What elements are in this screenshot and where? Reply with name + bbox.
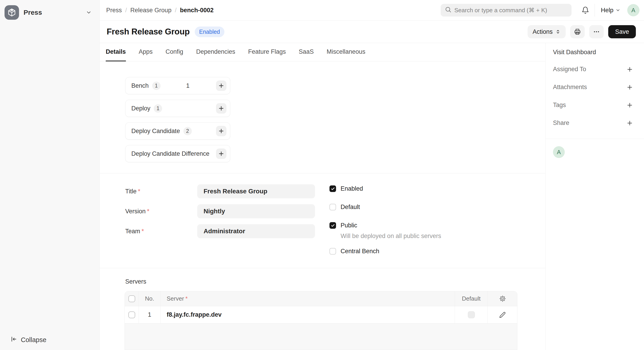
tab-apps[interactable]: Apps [139,43,153,62]
more-options-button[interactable] [589,25,604,38]
form-row-team: Team* [125,224,315,238]
plus-icon [626,84,633,91]
add-attachment-button[interactable] [626,83,634,92]
form-row-title: Title* [125,184,315,198]
press-logo-icon [4,5,19,20]
add-bench-button[interactable] [216,81,226,91]
save-button[interactable]: Save [608,25,636,38]
default-column-header: Default [455,291,488,306]
public-checkbox[interactable] [330,222,336,229]
row-select-checkbox[interactable] [128,311,135,318]
add-deploy-candidate-difference-button[interactable] [216,148,226,159]
central-bench-label: Central Bench [340,248,379,255]
version-field[interactable] [197,204,315,218]
app-window: Press Collapse Press / Release Group / b… [0,0,644,350]
details-form: Title* Version* Team* [100,173,545,268]
print-button[interactable] [570,25,585,38]
share-label: Share [553,120,569,127]
connection-card-deploy-candidate-difference[interactable]: Deploy Candidate Difference [125,145,230,162]
add-deploy-candidate-button[interactable] [216,126,226,136]
header-actions: Actions Save [528,25,636,38]
plus-icon [218,105,224,112]
bell-icon [582,6,589,14]
tab-dependencies[interactable]: Dependencies [196,43,235,62]
default-value-checkbox[interactable] [468,311,475,318]
gear-icon [499,295,506,302]
help-menu[interactable]: Help [598,7,623,14]
default-checkbox[interactable] [330,204,336,210]
navbar-right: Help A [441,4,640,17]
top-navbar: Press / Release Group / bench-0002 [100,0,644,21]
table-settings-cell [488,291,517,306]
team-field-label: Team* [125,228,197,235]
row-select-cell [125,306,139,323]
tags-label: Tags [553,102,566,109]
required-marker: * [186,295,188,302]
team-field[interactable] [197,224,315,238]
connection-label: Deploy Candidate Difference [131,150,210,157]
connection-label: Deploy Candidate [131,128,180,135]
tab-config[interactable]: Config [166,43,183,62]
actions-button[interactable]: Actions [528,25,566,38]
connection-card-deploy[interactable]: Deploy 1 [125,100,230,117]
viewer-avatar[interactable]: A [553,146,565,158]
assigned-to-label: Assigned To [553,66,586,73]
document-header: Fresh Release Group Enabled Actions Save [100,21,644,43]
public-help-text: Will be deployed on all public servers [340,233,441,240]
connection-card-deploy-candidate[interactable]: Deploy Candidate 2 [125,122,230,140]
default-label: Default [340,204,360,211]
select-all-checkbox[interactable] [128,295,135,302]
tab-feature-flags[interactable]: Feature Flags [248,43,286,62]
actions-label: Actions [532,28,553,35]
collapse-button[interactable]: Collapse [10,336,100,344]
user-avatar[interactable]: A [627,4,640,16]
servers-table-empty-area [125,323,517,350]
server-table-row[interactable]: 1 f8.jay.fc.frappe.dev [125,306,517,323]
search-icon [445,6,452,15]
breadcrumb-separator: / [125,7,127,14]
tab-saas[interactable]: SaaS [299,43,314,62]
title-field[interactable] [197,184,315,198]
app-switcher[interactable]: Press [4,5,95,20]
server-name-cell[interactable]: f8.jay.fc.frappe.dev [160,306,455,323]
add-deploy-button[interactable] [216,103,226,114]
tab-bar: Details Apps Config Dependencies Feature… [100,43,545,62]
required-marker: * [138,188,140,195]
visit-dashboard-link[interactable]: Visit Dashboard [553,47,634,58]
notifications-button[interactable] [578,4,593,17]
connection-center-text: 1 [186,82,190,89]
sidebar: Press Collapse [0,0,100,350]
breadcrumb-item-release-group[interactable]: Release Group [130,7,172,14]
table-settings-button[interactable] [499,295,506,302]
enabled-checkbox[interactable] [330,185,336,192]
connection-count-badge: 1 [152,82,160,90]
chevron-down-icon [616,8,620,13]
search-input[interactable] [454,7,568,14]
main-column: Press / Release Group / bench-0002 [100,0,644,350]
connection-card-bench[interactable]: Bench 1 1 [125,77,230,94]
default-checkbox-row[interactable]: Default [330,204,441,211]
edit-row-button[interactable] [499,311,506,318]
connection-count-badge: 1 [154,104,162,113]
check-icon [331,223,335,228]
row-number-cell: 1 [139,306,160,323]
title-field-label: Title* [125,188,197,195]
central-bench-checkbox[interactable] [330,248,336,255]
public-checkbox-row[interactable]: Public [330,222,441,229]
add-assignment-button[interactable] [626,65,634,74]
plus-icon [218,128,224,134]
share-add-button[interactable] [626,119,634,127]
tab-details[interactable]: Details [106,43,126,62]
tab-miscellaneous[interactable]: Miscellaneous [326,43,365,62]
help-label: Help [601,7,614,14]
search-bar[interactable] [441,4,572,17]
breadcrumb-item-press[interactable]: Press [106,7,122,14]
document-side-panel: Visit Dashboard Assigned To Attachments [545,43,644,350]
add-tag-button[interactable] [626,101,634,110]
breadcrumb-separator: / [175,7,176,14]
attachments-row: Attachments [553,78,634,96]
page-title: Fresh Release Group [107,27,190,37]
enabled-checkbox-row[interactable]: Enabled [330,185,441,192]
plus-icon [218,151,224,157]
central-bench-checkbox-row[interactable]: Central Bench [330,248,441,255]
